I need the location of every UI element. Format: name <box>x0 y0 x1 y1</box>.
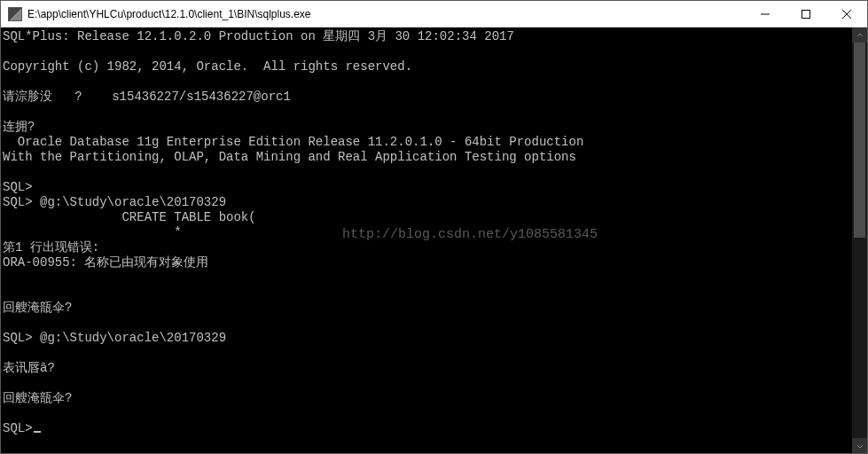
term-line: Oracle Database 11g Enterprise Edition R… <box>3 135 583 149</box>
term-line: * <box>3 225 182 239</box>
watermark: http://blog.csdn.net/y1085581345 <box>342 227 598 242</box>
scroll-up-button[interactable] <box>852 27 867 43</box>
scroll-thumb[interactable] <box>854 43 865 238</box>
term-line: CREATE TABLE book( <box>3 210 256 224</box>
titlebar: E:\app\client\YHLCu\product\12.1.0\clien… <box>1 1 867 27</box>
chevron-up-icon <box>856 32 864 39</box>
minimize-button[interactable] <box>745 1 786 27</box>
term-line: SQL> @g:\Study\oracle\20170329 <box>3 331 226 345</box>
term-line: 请淙胗没 ? s15436227/s15436227@orc1 <box>3 90 291 104</box>
scroll-down-button[interactable] <box>852 438 867 453</box>
term-line: SQL> @g:\Study\oracle\20170329 <box>3 195 226 209</box>
terminal[interactable]: SQL*Plus: Release 12.1.0.2.0 Production … <box>1 27 852 453</box>
terminal-area: SQL*Plus: Release 12.1.0.2.0 Production … <box>1 27 867 453</box>
term-line: With the Partitioning, OLAP, Data Mining… <box>3 150 576 164</box>
cursor <box>34 431 41 433</box>
term-line: SQL> <box>3 180 33 194</box>
term-line: SQL*Plus: Release 12.1.0.2.0 Production … <box>3 29 514 43</box>
term-line: 连拥? <box>3 120 35 134</box>
term-line: 第1 行出现错误: <box>3 240 99 254</box>
scrollbar[interactable] <box>852 27 867 453</box>
window-title: E:\app\client\YHLCu\product\12.1.0\clien… <box>27 8 311 20</box>
term-line: ORA-00955: 名称已由现有对象使用 <box>3 255 208 270</box>
chevron-down-icon <box>856 442 864 450</box>
maximize-icon <box>802 10 810 19</box>
term-line: Copyright (c) 1982, 2014, Oracle. All ri… <box>3 59 412 74</box>
term-line: 回艘淹瓿伞? <box>3 301 72 315</box>
close-icon <box>842 10 851 19</box>
term-line: SQL> <box>3 421 33 435</box>
close-button[interactable] <box>826 1 867 27</box>
scroll-track[interactable] <box>852 43 867 438</box>
term-line: 表讯唇ā? <box>3 361 55 375</box>
app-icon <box>8 7 22 21</box>
term-line: 回艘淹瓿伞? <box>3 391 72 405</box>
svg-rect-1 <box>802 10 810 18</box>
minimize-icon <box>761 10 770 19</box>
maximize-button[interactable] <box>786 1 826 27</box>
